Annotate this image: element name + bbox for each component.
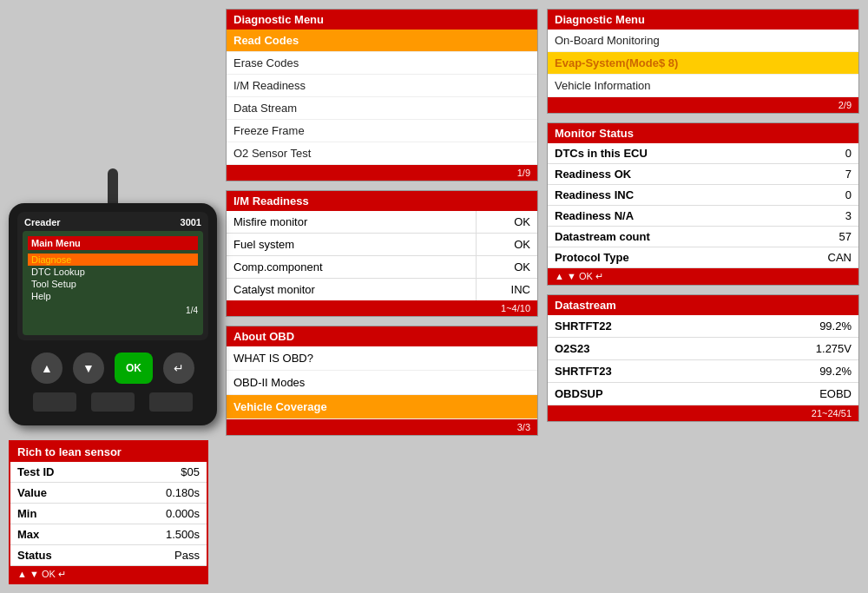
screen-item-help[interactable]: Help: [28, 290, 198, 302]
monitor-row-inc: Readiness INC 0: [548, 185, 858, 206]
sensor-table: Test ID $05 Value 0.180s Min 0.000s Max …: [10, 462, 207, 566]
datastream-panel: Datastream SHRTFT22 99.2% O2S23 1.275V S…: [547, 294, 859, 422]
btn-down[interactable]: ▼: [73, 353, 104, 384]
monitor-value-ok: 7: [815, 164, 858, 184]
monitor-row-ok: Readiness OK 7: [548, 164, 858, 185]
bottom-btn-1[interactable]: [33, 392, 76, 412]
ds-label-o2s23: O2S23: [555, 342, 816, 355]
im-readiness-table: Misfire monitor OK Fuel system OK Comp.c…: [227, 211, 537, 300]
about-obd-items: WHAT IS OBD? OBD-II Modes Vehicle Covera…: [227, 346, 537, 419]
monitor-status-nav[interactable]: ▲ ▼ OK ↵: [548, 268, 858, 285]
ds-value-shrtft22: 99.2%: [819, 320, 852, 333]
diag-menu-1-footer: 1/9: [227, 165, 537, 181]
monitor-label-protocol: Protocol Type: [548, 247, 815, 267]
sensor-row-min: Min 0.000s: [10, 504, 207, 524]
diag-item-freeze-frame[interactable]: Freeze Frame: [227, 120, 537, 142]
bottom-btn-3[interactable]: [149, 392, 193, 412]
screen-main-menu-label: Main Menu: [28, 236, 198, 250]
monitor-value-protocol: CAN: [815, 247, 858, 267]
sensor-panel-overlay: Rich to lean sensor Test ID $05 Value 0.…: [9, 440, 208, 584]
device-screen: Main Menu Diagnose DTC Lookup Tool Setup…: [23, 231, 203, 335]
ds-row-o2s23: O2S23 1.275V: [548, 338, 858, 360]
monitor-row-ds: Datastream count 57: [548, 227, 858, 247]
about-item-modes[interactable]: OBD-II Modes: [227, 371, 537, 395]
ds-value-shrtft23: 99.2%: [819, 365, 852, 378]
im-value-catalyst: INC: [477, 279, 537, 300]
monitor-label-ok: Readiness OK: [548, 164, 815, 184]
datastream-table: SHRTFT22 99.2% O2S23 1.275V SHRTFT23 99.…: [548, 315, 858, 405]
bottom-btn-2[interactable]: [91, 392, 135, 412]
sensor-value-min: 0.000s: [137, 504, 207, 524]
sensor-label-min: Min: [10, 504, 137, 524]
device-buttons-row: ▲ ▼ OK ↵: [17, 347, 208, 389]
diag-menu-1-header: Diagnostic Menu: [227, 10, 537, 30]
device-outer: Creader 3001 Main Menu Diagnose DTC Look…: [9, 203, 217, 425]
btn-ok[interactable]: OK: [115, 353, 153, 384]
diag-menu-2-header: Diagnostic Menu: [548, 10, 858, 30]
screen-item-diagnose[interactable]: Diagnose: [28, 254, 198, 266]
im-value-comp: OK: [477, 256, 537, 278]
diag-menu-2-items: On-Board Monitoring Evap-System(Mode$ 8)…: [548, 30, 858, 97]
ds-row-shrtft23: SHRTFT23 99.2%: [548, 360, 858, 383]
about-item-what[interactable]: WHAT IS OBD?: [227, 346, 537, 371]
diag-item-erase-codes[interactable]: Erase Codes: [227, 52, 537, 75]
diag-item-o2-sensor[interactable]: O2 Sensor Test: [227, 142, 537, 165]
about-item-coverage[interactable]: Vehicle Coverage: [227, 395, 537, 419]
sensor-row-value: Value 0.180s: [10, 483, 207, 504]
sensor-value-value: 0.180s: [137, 483, 207, 503]
ds-row-shrtft22: SHRTFT22 99.2%: [548, 315, 858, 338]
btn-up[interactable]: ▲: [31, 353, 62, 384]
sensor-label-status: Status: [10, 545, 137, 565]
diag-item-evap[interactable]: Evap-System(Mode$ 8): [548, 52, 858, 75]
sensor-row-max: Max 1.500s: [10, 524, 207, 545]
diag-item-on-board[interactable]: On-Board Monitoring: [548, 30, 858, 52]
monitor-row-dtcs: DTCs in this ECU 0: [548, 143, 858, 164]
sensor-value-status: Pass: [137, 545, 207, 565]
diag-item-im-readiness[interactable]: I/M Readiness: [227, 75, 537, 97]
about-obd-panel: About OBD WHAT IS OBD? OBD-II Modes Vehi…: [226, 326, 538, 436]
device-bottom-buttons: [17, 389, 208, 417]
right-column: Diagnostic Menu On-Board Monitoring Evap…: [547, 9, 859, 506]
monitor-value-na: 3: [815, 206, 858, 226]
monitor-label-ds: Datastream count: [548, 227, 815, 247]
screen-page: 1/4: [28, 306, 198, 315]
im-readiness-footer: 1~4/10: [227, 300, 537, 316]
monitor-row-na: Readiness N/A 3: [548, 206, 858, 227]
model-number: 3001: [181, 217, 201, 227]
im-row-misfire: Misfire monitor OK: [227, 211, 537, 234]
diagnostic-menu-1: Diagnostic Menu Read Codes Erase Codes I…: [226, 9, 538, 181]
diag-item-read-codes[interactable]: Read Codes: [227, 30, 537, 52]
screen-item-tool[interactable]: Tool Setup: [28, 278, 198, 290]
im-row-catalyst: Catalyst monitor INC: [227, 279, 537, 300]
ds-row-obdsup: OBDSUP EOBD: [548, 383, 858, 405]
im-label-misfire: Misfire monitor: [227, 211, 477, 233]
device-brand: Creader 3001: [23, 217, 203, 227]
device-screen-area: Creader 3001 Main Menu Diagnose DTC Look…: [17, 212, 208, 340]
im-label-fuel: Fuel system: [227, 234, 477, 255]
diag-menu-2-footer: 2/9: [548, 97, 858, 113]
im-value-misfire: OK: [477, 211, 537, 233]
ds-label-shrtft23: SHRTFT23: [555, 365, 819, 378]
btn-back[interactable]: ↵: [163, 353, 194, 384]
monitor-value-inc: 0: [815, 185, 858, 205]
screen-item-dtc[interactable]: DTC Lookup: [28, 266, 198, 278]
ds-label-obdsup: OBDSUP: [555, 387, 819, 400]
device-cable: [108, 168, 118, 203]
monitor-row-protocol: Protocol Type CAN: [548, 247, 858, 268]
diag-item-data-stream[interactable]: Data Stream: [227, 97, 537, 120]
sensor-label-testid: Test ID: [10, 462, 137, 482]
monitor-status-table: DTCs in this ECU 0 Readiness OK 7 Readin…: [548, 143, 858, 268]
about-obd-footer: 3/3: [227, 419, 537, 435]
sensor-value-max: 1.500s: [137, 524, 207, 544]
middle-column: Diagnostic Menu Read Codes Erase Codes I…: [226, 9, 538, 506]
sensor-panel-header: Rich to lean sensor: [10, 442, 207, 462]
datastream-header: Datastream: [548, 295, 858, 315]
sensor-nav[interactable]: ▲ ▼ OK ↵: [10, 566, 207, 583]
monitor-label-na: Readiness N/A: [548, 206, 815, 226]
diag-item-vehicle-info[interactable]: Vehicle Information: [548, 75, 858, 97]
sensor-label-max: Max: [10, 524, 137, 544]
ds-value-o2s23: 1.275V: [816, 342, 852, 355]
im-readiness-panel: I/M Readiness Misfire monitor OK Fuel sy…: [226, 190, 538, 317]
brand-name: Creader: [24, 217, 61, 227]
ds-value-obdsup: EOBD: [819, 387, 852, 400]
